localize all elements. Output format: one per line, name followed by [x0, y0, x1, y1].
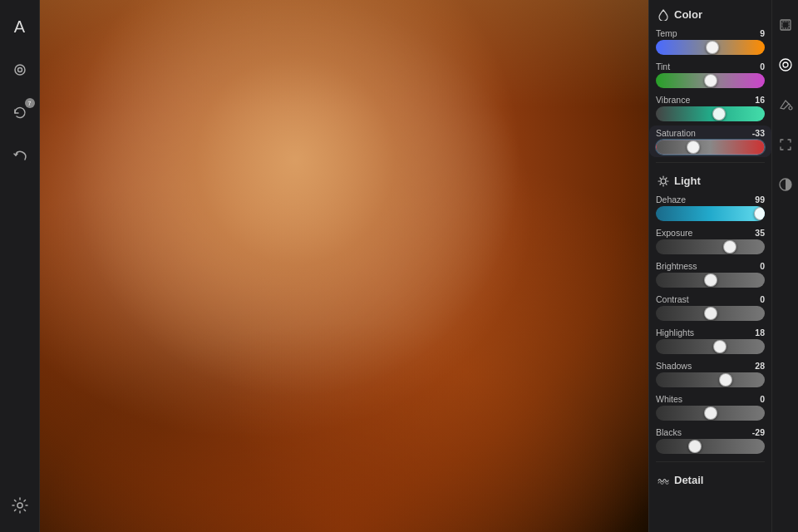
svg-point-7 [783, 62, 788, 67]
blacks-slider[interactable] [656, 439, 765, 454]
whites-label: Whites [656, 394, 682, 404]
dehaze-slider[interactable] [656, 206, 765, 221]
svg-point-2 [17, 503, 22, 508]
exposure-label: Exposure [656, 228, 692, 238]
droplet-icon [658, 9, 669, 21]
brush-icon[interactable] [7, 57, 33, 83]
photo-background [40, 0, 648, 532]
shadows-slider-row: Shadows 28 [649, 358, 771, 390]
highlights-slider-row: Highlights 18 [649, 325, 771, 357]
blacks-label: Blacks [656, 427, 682, 437]
text-icon[interactable]: A [7, 13, 33, 40]
contrast-thumb[interactable] [704, 307, 717, 320]
mask-icon[interactable] [774, 173, 797, 196]
dehaze-label: Dehaze [656, 195, 686, 204]
highlights-slider[interactable] [656, 339, 765, 354]
saturation-slider[interactable] [656, 140, 765, 155]
shadows-value: 28 [746, 361, 765, 371]
highlights-value: 18 [746, 328, 765, 337]
contrast-value: 0 [746, 294, 765, 304]
svg-point-3 [661, 179, 666, 184]
contrast-slider-row: Contrast 0 [649, 292, 771, 323]
highlights-label: Highlights [656, 328, 694, 337]
exposure-slider-row: Exposure 35 [649, 225, 771, 257]
brightness-slider-row: Brightness 0 [649, 259, 771, 290]
light-detail-divider [656, 461, 765, 462]
vibrance-thumb[interactable] [712, 107, 726, 121]
color-section-label: Color [674, 8, 702, 21]
whites-slider[interactable] [656, 406, 765, 421]
paint-bucket-icon[interactable] [774, 93, 797, 116]
undo-icon[interactable] [7, 143, 33, 170]
contrast-label: Contrast [656, 294, 689, 304]
brightness-slider[interactable] [656, 273, 765, 288]
temp-value: 9 [746, 28, 765, 38]
whites-value: 0 [746, 394, 765, 404]
brightness-label: Brightness [656, 261, 697, 271]
temp-slider[interactable] [656, 40, 765, 55]
detail-section-header: Detail [649, 466, 771, 491]
tint-slider-row: Tint 0 [649, 59, 771, 91]
color-section-header: Color [649, 0, 771, 26]
dehaze-value: 99 [746, 195, 765, 204]
highlights-thumb[interactable] [713, 340, 727, 353]
svg-point-6 [780, 59, 791, 71]
svg-rect-5 [782, 22, 789, 28]
crop-icon[interactable] [774, 13, 797, 37]
temp-label: Temp [656, 28, 677, 38]
saturation-thumb[interactable] [687, 140, 700, 154]
svg-point-0 [15, 65, 25, 75]
blacks-thumb[interactable] [688, 440, 702, 453]
svg-point-8 [789, 106, 792, 110]
history-icon[interactable]: 7 [7, 100, 33, 126]
blacks-slider-row: Blacks -29 [649, 425, 771, 456]
shadows-thumb[interactable] [719, 373, 732, 387]
exposure-value: 35 [746, 228, 765, 238]
left-toolbar: A 7 [0, 0, 40, 532]
adjust-circle-icon[interactable] [774, 53, 797, 76]
dehaze-thumb[interactable] [754, 207, 765, 220]
color-light-divider [656, 162, 765, 163]
sun-icon [658, 175, 669, 187]
exposure-thumb[interactable] [723, 240, 736, 254]
tint-label: Tint [656, 62, 670, 71]
vibrance-slider-row: Vibrance 16 [649, 92, 771, 124]
exposure-slider[interactable] [656, 239, 765, 254]
transform-icon[interactable] [774, 133, 797, 156]
blacks-value: -29 [746, 427, 765, 437]
light-section-header: Light [649, 166, 771, 192]
tint-value: 0 [746, 62, 765, 71]
tint-thumb[interactable] [704, 74, 717, 87]
waves-icon [658, 475, 669, 486]
dehaze-slider-row: Dehaze 99 [649, 192, 771, 224]
temp-thumb[interactable] [706, 41, 719, 54]
shadows-slider[interactable] [656, 372, 765, 387]
image-area [40, 0, 648, 532]
whites-thumb[interactable] [704, 406, 717, 420]
right-panel: Color Temp 9 Tint 0 Vibrance 16 [648, 0, 771, 532]
temp-slider-row: Temp 9 [649, 26, 771, 57]
vibrance-value: 16 [746, 95, 765, 105]
saturation-label: Saturation [656, 128, 696, 138]
shadows-label: Shadows [656, 361, 692, 371]
saturation-slider-row: Saturation -33 [649, 126, 771, 157]
whites-slider-row: Whites 0 [649, 392, 771, 423]
light-section-label: Light [674, 175, 701, 187]
right-icon-strip [771, 0, 798, 532]
vibrance-label: Vibrance [656, 95, 690, 105]
contrast-slider[interactable] [656, 306, 765, 321]
detail-section-label: Detail [674, 474, 703, 486]
settings-icon[interactable] [7, 492, 33, 519]
vibrance-slider[interactable] [656, 106, 765, 121]
brightness-value: 0 [746, 261, 765, 271]
saturation-value: -33 [746, 128, 765, 138]
tint-slider[interactable] [656, 73, 765, 88]
brightness-thumb[interactable] [704, 273, 717, 287]
svg-point-1 [17, 68, 22, 72]
